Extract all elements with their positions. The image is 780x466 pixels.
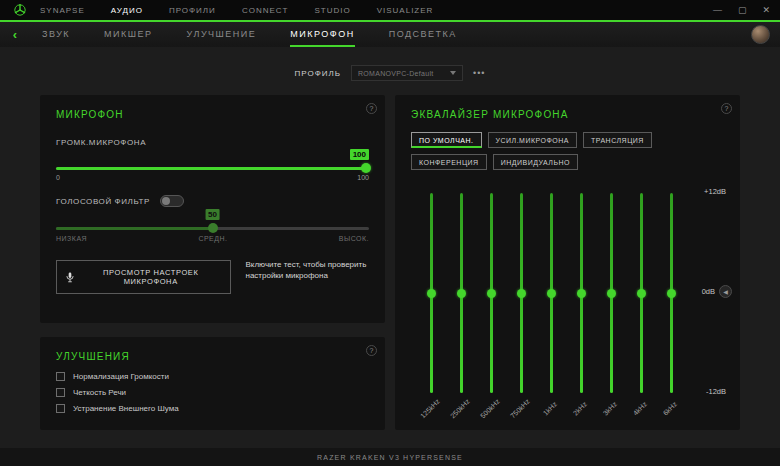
enhancements-panel: УЛУЧШЕНИЯ ? Нормализация Громкости Четко… <box>40 337 385 430</box>
top-menu: SYNAPSE АУДИО ПРОФИЛИ CONNECT STUDIO VIS… <box>40 6 433 15</box>
mic-volume-slider-knob[interactable] <box>361 163 371 173</box>
eq-band-label: 6kHz <box>656 394 685 423</box>
mic-volume-scale: 0 100 <box>56 174 369 181</box>
eq-band-label: 250kHz <box>446 394 475 423</box>
tab-lighting[interactable]: ПОДСВЕТКА <box>389 22 457 47</box>
close-icon[interactable]: ✕ <box>762 6 770 15</box>
tab-mixer[interactable]: МИКШЕР <box>104 22 152 47</box>
razer-logo-icon[interactable] <box>0 3 40 17</box>
eq-knob[interactable] <box>427 289 436 298</box>
microphone-panel-title: МИКРОФОН <box>56 109 369 120</box>
eq-knob[interactable] <box>487 289 496 298</box>
preset-mic-boost[interactable]: УСИЛ.МИКРОФОНА <box>488 132 577 148</box>
preset-broadcast[interactable]: ТРАНСЛЯЦИЯ <box>583 132 652 148</box>
titlebar: SYNAPSE АУДИО ПРОФИЛИ CONNECT STUDIO VIS… <box>0 0 780 20</box>
voice-filter-row: ГОЛОСОВОЙ ФИЛЬТР <box>56 195 369 207</box>
eq-knob[interactable] <box>637 289 646 298</box>
voice-filter-label: ГОЛОСОВОЙ ФИЛЬТР <box>56 197 150 206</box>
checkbox-label: Нормализация Громкости <box>73 372 169 381</box>
microphone-panel: МИКРОФОН ? ГРОМК.МИКРОФОНА 100 0 100 ГОЛ… <box>40 95 385 323</box>
user-avatar[interactable] <box>751 25 770 44</box>
checkbox-icon[interactable] <box>56 388 65 397</box>
eq-knob[interactable] <box>577 289 586 298</box>
tick-mid: СРЕДН. <box>198 235 227 242</box>
preset-default[interactable]: ПО УМОЛЧАН. <box>411 132 482 148</box>
mic-test-row: ПРОСМОТР НАСТРОЕК МИКРОФОНА Включите тес… <box>56 260 369 294</box>
eq-band-label: 1kHz <box>536 394 565 423</box>
back-chevron-icon[interactable]: ‹ <box>0 28 30 41</box>
eq-band-label: 750kHz <box>506 394 535 423</box>
eq-band-6khz[interactable]: 6kHz <box>657 193 685 393</box>
eq-band-label: 3kHz <box>596 394 625 423</box>
eq-knob[interactable] <box>517 289 526 298</box>
filter-value-badge: 50 <box>205 209 220 220</box>
minimize-icon[interactable]: — <box>713 6 722 15</box>
checkbox-label: Устранение Внешнего Шума <box>73 404 179 413</box>
profile-row: ПРОФИЛЬ ROMANOVPC-Default ••• <box>0 64 780 82</box>
microphone-icon <box>66 272 74 283</box>
help-icon[interactable]: ? <box>366 345 377 356</box>
mic-volume-max: 100 <box>357 174 369 181</box>
mic-test-hint: Включите тест, чтобы проверить настройки… <box>245 260 369 282</box>
menu-item-studio[interactable]: STUDIO <box>314 6 350 15</box>
tick-high: ВЫСОК. <box>339 235 369 242</box>
chevron-down-icon <box>450 71 456 75</box>
collapse-left-icon[interactable]: ◀ <box>719 285 732 298</box>
eq-panel-title: ЭКВАЛАЙЗЕР МИКРОФОНА <box>411 109 724 120</box>
preset-custom[interactable]: ИНДИВИДУАЛЬНО <box>493 154 578 170</box>
eq-band-2khz[interactable]: 2kHz <box>567 193 595 393</box>
eq-knob[interactable] <box>667 289 676 298</box>
tab-enhancement[interactable]: УЛУЧШЕНИЕ <box>187 22 257 47</box>
profile-label: ПРОФИЛЬ <box>295 69 341 78</box>
eq-scale-zero-row: 0dB ◀ <box>702 285 732 298</box>
eq-band-label: 125kHz <box>416 394 445 423</box>
eq-knob[interactable] <box>457 289 466 298</box>
maximize-icon[interactable]: ▢ <box>738 6 747 15</box>
eq-band-label: 500kHz <box>476 394 505 423</box>
filter-badge-row: 50 <box>56 209 369 223</box>
eq-band-500hz[interactable]: 500kHz <box>477 193 505 393</box>
checkbox-icon[interactable] <box>56 404 65 413</box>
nav-tabs: ЗВУК МИКШЕР УЛУЧШЕНИЕ МИКРОФОН ПОДСВЕТКА <box>42 22 457 47</box>
eq-knob[interactable] <box>607 289 616 298</box>
menu-item-connect[interactable]: CONNECT <box>242 6 289 15</box>
help-icon[interactable]: ? <box>721 103 732 114</box>
mic-volume-value-badge: 100 <box>350 149 369 160</box>
voice-filter-ticks: НИЗКАЯ СРЕДН. ВЫСОК. <box>56 235 369 242</box>
eq-band-125hz[interactable]: 125kHz <box>417 193 445 393</box>
menu-item-profiles[interactable]: ПРОФИЛИ <box>169 6 216 15</box>
eq-band-label: 2kHz <box>566 394 595 423</box>
mic-volume-label: ГРОМК.МИКРОФОНА <box>56 138 369 147</box>
checkbox-icon[interactable] <box>56 372 65 381</box>
checkbox-row-volume-normalization[interactable]: Нормализация Громкости <box>56 372 369 381</box>
help-icon[interactable]: ? <box>366 103 377 114</box>
mic-volume-slider[interactable] <box>56 167 369 170</box>
razer-synapse-window: SYNAPSE АУДИО ПРОФИЛИ CONNECT STUDIO VIS… <box>0 0 780 466</box>
nav-tabbar: ‹ ЗВУК МИКШЕР УЛУЧШЕНИЕ МИКРОФОН ПОДСВЕТ… <box>0 20 780 47</box>
mic-test-button-label: ПРОСМОТР НАСТРОЕК МИКРОФОНА <box>80 268 221 286</box>
preset-conference[interactable]: КОНФЕРЕНЦИЯ <box>411 154 487 170</box>
eq-band-4khz[interactable]: 4kHz <box>627 193 655 393</box>
eq-sliders-area: 125kHz 250kHz 500kHz 750kHz 1kHz <box>417 193 685 423</box>
menu-item-audio[interactable]: АУДИО <box>111 6 143 15</box>
eq-knob[interactable] <box>547 289 556 298</box>
voice-filter-toggle[interactable] <box>160 195 184 207</box>
eq-scale-minus12: -12dB <box>706 387 726 396</box>
profile-more-button[interactable]: ••• <box>473 68 485 78</box>
eq-band-3khz[interactable]: 3kHz <box>597 193 625 393</box>
eq-band-250hz[interactable]: 250kHz <box>447 193 475 393</box>
checkbox-row-vocal-clarity[interactable]: Четкость Речи <box>56 388 369 397</box>
profile-dropdown[interactable]: ROMANOVPC-Default <box>351 65 463 81</box>
menu-item-synapse[interactable]: SYNAPSE <box>40 6 85 15</box>
voice-filter-slider[interactable] <box>56 227 369 230</box>
checkbox-label: Четкость Речи <box>73 388 126 397</box>
enhancements-list: Нормализация Громкости Четкость Речи Уст… <box>56 372 369 413</box>
tab-microphone[interactable]: МИКРОФОН <box>290 22 354 47</box>
mic-test-button[interactable]: ПРОСМОТР НАСТРОЕК МИКРОФОНА <box>56 260 231 294</box>
eq-band-1khz[interactable]: 1kHz <box>537 193 565 393</box>
checkbox-row-noise-cancellation[interactable]: Устранение Внешнего Шума <box>56 404 369 413</box>
voice-filter-slider-knob[interactable] <box>208 223 218 233</box>
eq-band-750hz[interactable]: 750kHz <box>507 193 535 393</box>
menu-item-visualizer[interactable]: VISUALIZER <box>377 6 434 15</box>
tab-sound[interactable]: ЗВУК <box>42 22 70 47</box>
